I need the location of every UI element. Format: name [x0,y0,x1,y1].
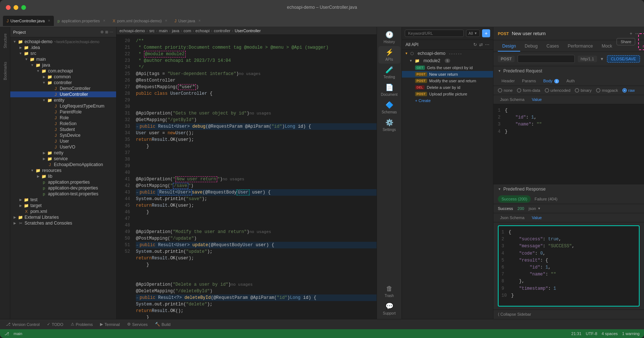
api-nav-support[interactable]: 💬 Support [378,300,400,318]
response-json-editor[interactable]: 1{ 2 "success": true, 3 "message": "SUCC… [498,225,640,307]
tree-item-target[interactable]: ▶ 📁 target [10,203,116,209]
api-create-item[interactable]: + Create [402,97,493,104]
tab-close-icon[interactable]: × [199,19,201,23]
structure-tab[interactable]: Structure [1,30,10,52]
bookmarks-tab[interactable]: Bookmarks [1,60,10,82]
tree-item-uservo[interactable]: ▶ J UserVO [10,144,116,150]
api-scope-selector[interactable]: All ▼ [466,30,480,37]
req-tab-header[interactable]: Header [498,77,518,84]
tab-close-icon[interactable]: × [165,19,167,23]
new-user-return-button[interactable]: New user return [638,33,644,50]
tree-item-java[interactable]: ▼ 📁 java [10,62,116,68]
api-nav-schemas[interactable]: 🔷 Schemas [378,99,400,116]
tree-item-lib[interactable]: ▶ 📁 lib [10,173,116,179]
req-tab-auth[interactable]: Auth [563,77,578,84]
tab-build[interactable]: 🔨 Build [152,321,173,327]
tree-item-entity[interactable]: ▼ 📁 entity [10,97,116,103]
tab-usercontroller[interactable]: J UserController.java × [3,16,54,26]
radio-binary[interactable]: binary [575,88,592,93]
maximize-button[interactable] [21,5,26,10]
api-endpoint-get[interactable]: GET Gets the user object by id [402,64,493,71]
collapse-sidebar-button[interactable]: ⟨ Collapse Sidebar [493,309,644,319]
code-content[interactable]: /** * Comment priority:Document comment … [133,35,377,319]
tree-item-com-echoapi[interactable]: ▼ 📁 com.echoapi [10,68,116,74]
tree-item-echoapidemo[interactable]: ▶ J EchoapiDemoApplication [10,162,116,168]
radio-msgpack[interactable]: msgpack [596,88,618,93]
tree-item-logrequest[interactable]: ▶ J LogRequestTypeEnum [10,103,116,109]
api-project-item[interactable]: ▼ ⬡ echoapi-demo - - - - - - [402,50,493,57]
tab-cases[interactable]: Cases [542,41,563,52]
tree-item-src[interactable]: ▼ 📁 src [10,50,116,56]
radio-raw[interactable]: raw [622,88,635,93]
sidebar-settings-icon[interactable]: ⚙ [100,30,104,34]
radio-none[interactable]: none [498,88,512,93]
tab-pom[interactable]: X pom.xml (echoapi-demo) × [109,16,171,26]
tree-item-test[interactable]: ▶ 📁 test [10,197,116,203]
tab-services[interactable]: ⚙ Services [124,321,151,327]
close-save-button[interactable]: CLOSE/SAVE [607,55,640,63]
tree-item-roleson[interactable]: ▶ J RoleSon [10,121,116,127]
req-tab-body[interactable]: Body 1 [540,77,563,84]
schema-tab-json[interactable]: Json Schema [498,97,527,102]
tab-close-icon[interactable]: × [48,19,50,23]
api-endpoint-post-new[interactable]: POST New user return [402,71,493,78]
tree-item-external-libs[interactable]: ▶ 📁 External Libraries [10,214,116,220]
api-endpoint-post-upload[interactable]: POST Upload profile picture [402,91,493,97]
close-button[interactable] [6,5,11,10]
tree-item-app-prop[interactable]: ▶ p application.properties [10,179,116,185]
tab-design[interactable]: Design [498,41,520,52]
resp-format-dropdown[interactable]: json ▼ [529,206,541,211]
api-endpoint-del[interactable]: DEL Delete a user by id [402,84,493,91]
tree-item-democontroller[interactable]: ▶ J DemoController [10,86,116,91]
req-tab-params[interactable]: Params [518,77,540,84]
tree-item-controller[interactable]: ▼ 📁 controller [10,80,116,86]
resp-tab-success[interactable]: Success (200) [498,195,531,203]
tab-close-icon[interactable]: × [103,19,106,23]
tree-item-parentrole[interactable]: ▶ J ParentRole [10,109,116,115]
share-button[interactable]: Share [617,38,635,45]
tree-item-idea[interactable]: ▶ 📁 .idea [10,45,116,50]
tree-item-netty[interactable]: ▶ 📁 netty [10,150,116,156]
tree-item-role[interactable]: ▶ J Role [10,115,116,121]
tree-item-resources[interactable]: ▼ 📁 resources [10,168,116,173]
api-search-input[interactable] [405,30,464,37]
tab-performance[interactable]: Performance [563,41,597,52]
tab-terminal[interactable]: ▶ Terminal [97,321,123,327]
api-module-item[interactable]: ▼ 📁 module2 5 [402,57,493,64]
api-endpoint-post-modify[interactable]: POST Modify the user and return [402,78,493,84]
tree-item-app-dev-prop[interactable]: ▶ p application-dev.properties [10,185,116,191]
refresh-icon[interactable]: ↻ [473,42,477,47]
tree-item-common[interactable]: ▶ 📁 common [10,74,116,80]
code-editor[interactable]: 2021222324 2526272829 3031323334 3536373… [116,35,377,319]
api-nav-testing[interactable]: 🧪 Testing [378,64,400,81]
radio-urlencoded[interactable]: urlencoded [545,88,570,93]
api-nav-apis[interactable]: ⚡ APIs [378,46,400,64]
predefined-response-header[interactable]: ▼ Predefined Response [493,184,644,194]
api-nav-history[interactable]: 🕐 History [378,29,400,46]
tab-mock[interactable]: Mock [597,41,617,52]
tree-item-student[interactable]: ▶ J Student [10,127,116,132]
predefined-request-header[interactable]: ▼ Predefined Request [493,66,644,76]
tree-item-app-test-prop[interactable]: ▶ p application-test.properties [10,191,116,197]
url-input-field[interactable] [518,55,575,63]
tree-item-sysdevice[interactable]: ▶ J SysDevice [10,132,116,138]
chevron-version-icon[interactable]: ▼ [600,57,604,61]
tree-item-user[interactable]: ▶ J User [10,138,116,144]
tab-version-control[interactable]: ⎇ Version Control [3,321,42,327]
tree-item-echoapi-demo[interactable]: ▼ 📁 echoapi-demo ~/workSpace/echoapi-dem… [10,39,116,45]
sidebar-options-icon[interactable]: ⋯ [110,30,113,34]
tab-user[interactable]: J User.java × [171,16,204,26]
api-nav-trash[interactable]: 🗑 Trash [378,283,400,300]
sidebar-expand-icon[interactable]: ⊞ [105,30,108,34]
resp-schema-tab-value[interactable]: Value [530,215,544,221]
resp-tab-failure[interactable]: Failure (404) [531,195,561,203]
api-nav-settings[interactable]: ⚙️ Settings [378,116,400,134]
tree-item-main[interactable]: ▼ 📁 main [10,56,116,62]
api-nav-document[interactable]: 📄 Document [378,81,400,99]
schema-tab-value[interactable]: Value [530,97,544,102]
sync-icon[interactable]: ⇄ [479,42,483,47]
resp-schema-tab-json[interactable]: Json Schema [498,215,527,221]
tree-item-service[interactable]: ▶ 📁 service [10,156,116,162]
radio-form-data[interactable]: form-data [517,88,540,93]
tree-item-pom[interactable]: ▶ X pom.xml [10,209,116,214]
